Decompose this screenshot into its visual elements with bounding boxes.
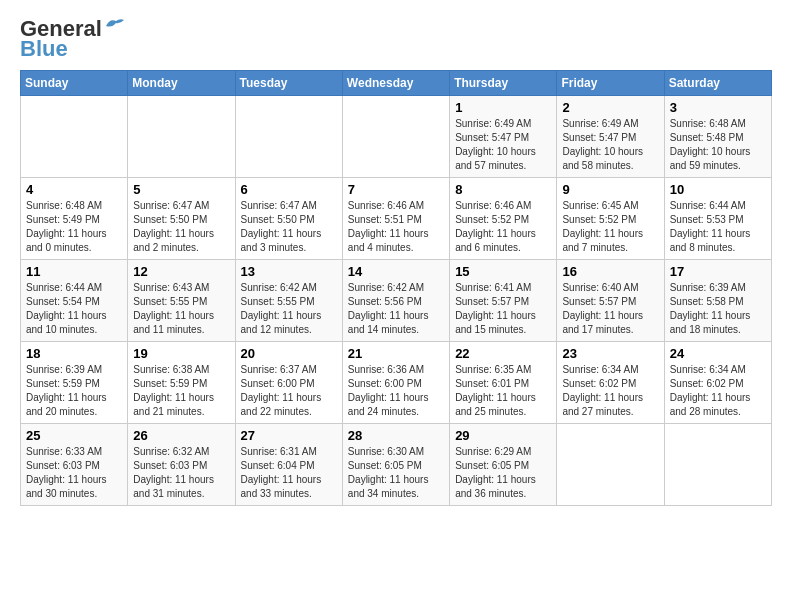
day-number: 15	[455, 264, 551, 279]
day-cell	[128, 96, 235, 178]
day-number: 9	[562, 182, 658, 197]
day-info: Sunrise: 6:46 AM Sunset: 5:52 PM Dayligh…	[455, 199, 551, 255]
day-info: Sunrise: 6:35 AM Sunset: 6:01 PM Dayligh…	[455, 363, 551, 419]
day-cell	[557, 424, 664, 506]
day-info: Sunrise: 6:44 AM Sunset: 5:53 PM Dayligh…	[670, 199, 766, 255]
header-cell-wednesday: Wednesday	[342, 71, 449, 96]
day-cell: 17Sunrise: 6:39 AM Sunset: 5:58 PM Dayli…	[664, 260, 771, 342]
day-cell: 26Sunrise: 6:32 AM Sunset: 6:03 PM Dayli…	[128, 424, 235, 506]
day-number: 26	[133, 428, 229, 443]
day-number: 2	[562, 100, 658, 115]
header-cell-sunday: Sunday	[21, 71, 128, 96]
day-info: Sunrise: 6:42 AM Sunset: 5:55 PM Dayligh…	[241, 281, 337, 337]
day-cell: 28Sunrise: 6:30 AM Sunset: 6:05 PM Dayli…	[342, 424, 449, 506]
day-number: 8	[455, 182, 551, 197]
day-number: 20	[241, 346, 337, 361]
logo: General Blue	[20, 16, 126, 62]
week-row-1: 1Sunrise: 6:49 AM Sunset: 5:47 PM Daylig…	[21, 96, 772, 178]
day-cell: 2Sunrise: 6:49 AM Sunset: 5:47 PM Daylig…	[557, 96, 664, 178]
day-cell	[235, 96, 342, 178]
day-info: Sunrise: 6:47 AM Sunset: 5:50 PM Dayligh…	[241, 199, 337, 255]
calendar-header: SundayMondayTuesdayWednesdayThursdayFrid…	[21, 71, 772, 96]
day-cell: 7Sunrise: 6:46 AM Sunset: 5:51 PM Daylig…	[342, 178, 449, 260]
day-number: 25	[26, 428, 122, 443]
day-info: Sunrise: 6:43 AM Sunset: 5:55 PM Dayligh…	[133, 281, 229, 337]
day-number: 22	[455, 346, 551, 361]
header-cell-monday: Monday	[128, 71, 235, 96]
day-cell: 5Sunrise: 6:47 AM Sunset: 5:50 PM Daylig…	[128, 178, 235, 260]
day-number: 21	[348, 346, 444, 361]
day-number: 27	[241, 428, 337, 443]
week-row-2: 4Sunrise: 6:48 AM Sunset: 5:49 PM Daylig…	[21, 178, 772, 260]
day-info: Sunrise: 6:32 AM Sunset: 6:03 PM Dayligh…	[133, 445, 229, 501]
day-info: Sunrise: 6:39 AM Sunset: 5:58 PM Dayligh…	[670, 281, 766, 337]
day-cell: 20Sunrise: 6:37 AM Sunset: 6:00 PM Dayli…	[235, 342, 342, 424]
day-cell: 27Sunrise: 6:31 AM Sunset: 6:04 PM Dayli…	[235, 424, 342, 506]
header-cell-friday: Friday	[557, 71, 664, 96]
day-info: Sunrise: 6:41 AM Sunset: 5:57 PM Dayligh…	[455, 281, 551, 337]
day-info: Sunrise: 6:40 AM Sunset: 5:57 PM Dayligh…	[562, 281, 658, 337]
day-info: Sunrise: 6:36 AM Sunset: 6:00 PM Dayligh…	[348, 363, 444, 419]
day-cell: 3Sunrise: 6:48 AM Sunset: 5:48 PM Daylig…	[664, 96, 771, 178]
day-info: Sunrise: 6:37 AM Sunset: 6:00 PM Dayligh…	[241, 363, 337, 419]
week-row-4: 18Sunrise: 6:39 AM Sunset: 5:59 PM Dayli…	[21, 342, 772, 424]
day-info: Sunrise: 6:30 AM Sunset: 6:05 PM Dayligh…	[348, 445, 444, 501]
day-number: 24	[670, 346, 766, 361]
day-cell: 19Sunrise: 6:38 AM Sunset: 5:59 PM Dayli…	[128, 342, 235, 424]
day-info: Sunrise: 6:48 AM Sunset: 5:48 PM Dayligh…	[670, 117, 766, 173]
day-cell: 6Sunrise: 6:47 AM Sunset: 5:50 PM Daylig…	[235, 178, 342, 260]
day-info: Sunrise: 6:39 AM Sunset: 5:59 PM Dayligh…	[26, 363, 122, 419]
day-number: 28	[348, 428, 444, 443]
header-cell-thursday: Thursday	[450, 71, 557, 96]
day-number: 18	[26, 346, 122, 361]
day-info: Sunrise: 6:31 AM Sunset: 6:04 PM Dayligh…	[241, 445, 337, 501]
day-info: Sunrise: 6:44 AM Sunset: 5:54 PM Dayligh…	[26, 281, 122, 337]
day-cell: 29Sunrise: 6:29 AM Sunset: 6:05 PM Dayli…	[450, 424, 557, 506]
day-cell: 15Sunrise: 6:41 AM Sunset: 5:57 PM Dayli…	[450, 260, 557, 342]
day-info: Sunrise: 6:34 AM Sunset: 6:02 PM Dayligh…	[562, 363, 658, 419]
day-cell	[342, 96, 449, 178]
day-number: 7	[348, 182, 444, 197]
day-number: 12	[133, 264, 229, 279]
day-number: 14	[348, 264, 444, 279]
day-info: Sunrise: 6:48 AM Sunset: 5:49 PM Dayligh…	[26, 199, 122, 255]
day-number: 16	[562, 264, 658, 279]
week-row-3: 11Sunrise: 6:44 AM Sunset: 5:54 PM Dayli…	[21, 260, 772, 342]
day-cell: 14Sunrise: 6:42 AM Sunset: 5:56 PM Dayli…	[342, 260, 449, 342]
day-number: 1	[455, 100, 551, 115]
day-info: Sunrise: 6:45 AM Sunset: 5:52 PM Dayligh…	[562, 199, 658, 255]
day-cell: 23Sunrise: 6:34 AM Sunset: 6:02 PM Dayli…	[557, 342, 664, 424]
day-cell: 9Sunrise: 6:45 AM Sunset: 5:52 PM Daylig…	[557, 178, 664, 260]
day-cell	[664, 424, 771, 506]
day-cell: 25Sunrise: 6:33 AM Sunset: 6:03 PM Dayli…	[21, 424, 128, 506]
day-cell: 22Sunrise: 6:35 AM Sunset: 6:01 PM Dayli…	[450, 342, 557, 424]
day-cell: 21Sunrise: 6:36 AM Sunset: 6:00 PM Dayli…	[342, 342, 449, 424]
calendar-body: 1Sunrise: 6:49 AM Sunset: 5:47 PM Daylig…	[21, 96, 772, 506]
day-number: 17	[670, 264, 766, 279]
day-info: Sunrise: 6:42 AM Sunset: 5:56 PM Dayligh…	[348, 281, 444, 337]
day-info: Sunrise: 6:46 AM Sunset: 5:51 PM Dayligh…	[348, 199, 444, 255]
day-number: 29	[455, 428, 551, 443]
header-row: SundayMondayTuesdayWednesdayThursdayFrid…	[21, 71, 772, 96]
week-row-5: 25Sunrise: 6:33 AM Sunset: 6:03 PM Dayli…	[21, 424, 772, 506]
day-number: 6	[241, 182, 337, 197]
day-info: Sunrise: 6:47 AM Sunset: 5:50 PM Dayligh…	[133, 199, 229, 255]
day-cell: 1Sunrise: 6:49 AM Sunset: 5:47 PM Daylig…	[450, 96, 557, 178]
day-cell: 24Sunrise: 6:34 AM Sunset: 6:02 PM Dayli…	[664, 342, 771, 424]
day-info: Sunrise: 6:29 AM Sunset: 6:05 PM Dayligh…	[455, 445, 551, 501]
day-cell: 8Sunrise: 6:46 AM Sunset: 5:52 PM Daylig…	[450, 178, 557, 260]
day-number: 4	[26, 182, 122, 197]
header-cell-tuesday: Tuesday	[235, 71, 342, 96]
header: General Blue	[20, 16, 772, 62]
day-number: 23	[562, 346, 658, 361]
day-number: 11	[26, 264, 122, 279]
day-cell: 4Sunrise: 6:48 AM Sunset: 5:49 PM Daylig…	[21, 178, 128, 260]
day-cell: 12Sunrise: 6:43 AM Sunset: 5:55 PM Dayli…	[128, 260, 235, 342]
page: General Blue SundayMondayTuesdayWednesda…	[0, 0, 792, 522]
logo-bird-icon	[104, 16, 126, 34]
logo-blue: Blue	[20, 36, 68, 62]
day-info: Sunrise: 6:34 AM Sunset: 6:02 PM Dayligh…	[670, 363, 766, 419]
day-cell: 16Sunrise: 6:40 AM Sunset: 5:57 PM Dayli…	[557, 260, 664, 342]
day-info: Sunrise: 6:33 AM Sunset: 6:03 PM Dayligh…	[26, 445, 122, 501]
day-number: 10	[670, 182, 766, 197]
